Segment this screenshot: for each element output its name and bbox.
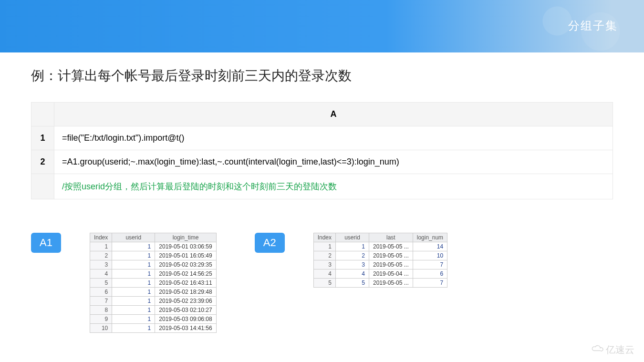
code-comment: /按照userid分组，然后计算最后登陆的时刻和这个时刻前三天的登陆次数	[54, 174, 613, 199]
code-cell: =file("E:/txt/login.txt").import@t()	[54, 126, 613, 150]
table-row: 212019-05-01 16:05:49	[90, 251, 216, 260]
page-title: 例：计算出每个帐号最后登录时刻前三天内的登录次数	[31, 67, 613, 85]
code-table-corner	[31, 103, 54, 126]
table-row: 612019-05-02 18:29:48	[90, 288, 216, 297]
a2-badge: A2	[255, 233, 285, 253]
code-cell: =A1.group(userid;~.max(login_time):last,…	[54, 150, 613, 174]
col-userid: userid	[336, 233, 369, 242]
cell-userid: 1	[112, 306, 155, 315]
table-row: 812019-05-03 02:10:27	[90, 306, 216, 315]
cell-userid: 4	[336, 269, 369, 279]
cell-userid: 3	[336, 260, 369, 269]
cell-userid: 1	[112, 297, 155, 306]
cell-last: 2019-05-05 ...	[369, 242, 413, 251]
col-index: Index	[90, 233, 112, 242]
cell-userid: 1	[112, 324, 155, 333]
code-table-header-row: A	[31, 103, 613, 126]
col-login-num: login_num	[413, 233, 447, 242]
a1-header-row: Index userid login_time	[90, 233, 216, 242]
code-row-num	[31, 174, 54, 199]
cell-index: 3	[313, 260, 335, 269]
cell-login-num: 7	[413, 279, 447, 288]
table-row: 442019-05-04 ...6	[313, 269, 447, 279]
cell-last: 2019-05-04 ...	[369, 269, 413, 279]
col-userid: userid	[112, 233, 155, 242]
cell-login-time: 2019-05-02 18:29:48	[155, 288, 216, 297]
cell-userid: 1	[112, 279, 155, 288]
results-area: A1 Index userid login_time 112019-05-01 …	[31, 233, 613, 333]
cell-last: 2019-05-05 ...	[369, 251, 413, 260]
table-row: 112019-05-01 03:06:59	[90, 242, 216, 251]
col-last: last	[369, 233, 413, 242]
cloud-icon	[591, 344, 604, 356]
cell-userid: 1	[112, 288, 155, 297]
col-index: Index	[313, 233, 335, 242]
table-row: 912019-05-03 09:06:08	[90, 315, 216, 324]
result-a2-block: A2 Index userid last login_num 112019-05…	[255, 233, 447, 288]
cell-login-time: 2019-05-03 09:06:08	[155, 315, 216, 324]
code-table-col-A: A	[54, 103, 613, 126]
table-row: 2 =A1.group(userid;~.max(login_time):las…	[31, 150, 613, 174]
cell-userid: 2	[336, 251, 369, 260]
cell-last: 2019-05-05 ...	[369, 279, 413, 288]
table-row: 552019-05-05 ...7	[313, 279, 447, 288]
banner-title: 分组子集	[568, 18, 618, 33]
cell-login-time: 2019-05-01 16:05:49	[155, 251, 216, 260]
cell-index: 5	[313, 279, 335, 288]
table-row: 312019-05-02 03:29:35	[90, 260, 216, 269]
cell-userid: 1	[336, 242, 369, 251]
code-row-num: 2	[31, 150, 54, 174]
banner: 分组子集	[0, 0, 644, 52]
cell-userid: 1	[112, 260, 155, 269]
cell-userid: 1	[112, 269, 155, 279]
cell-index: 1	[313, 242, 335, 251]
cell-index: 3	[90, 260, 112, 269]
cell-login-time: 2019-05-02 16:43:11	[155, 279, 216, 288]
cell-index: 1	[90, 242, 112, 251]
cell-index: 6	[90, 288, 112, 297]
cell-index: 10	[90, 324, 112, 333]
code-row-num: 1	[31, 126, 54, 150]
table-row: 222019-05-05 ...10	[313, 251, 447, 260]
a2-header-row: Index userid last login_num	[313, 233, 447, 242]
cell-userid: 5	[336, 279, 369, 288]
table-row: 1 =file("E:/txt/login.txt").import@t()	[31, 126, 613, 150]
table-row: 112019-05-05 ...14	[313, 242, 447, 251]
a1-badge: A1	[31, 233, 61, 253]
cell-login-num: 6	[413, 269, 447, 279]
cell-login-time: 2019-05-02 14:56:25	[155, 269, 216, 279]
a2-table: Index userid last login_num 112019-05-05…	[313, 233, 447, 288]
cell-index: 2	[90, 251, 112, 260]
code-table: A 1 =file("E:/txt/login.txt").import@t()…	[31, 102, 613, 199]
cell-login-time: 2019-05-02 03:29:35	[155, 260, 216, 269]
cell-index: 7	[90, 297, 112, 306]
table-row: 712019-05-02 23:39:06	[90, 297, 216, 306]
result-a1-block: A1 Index userid login_time 112019-05-01 …	[31, 233, 217, 333]
table-row: 332019-05-05 ...7	[313, 260, 447, 269]
cell-index: 5	[90, 279, 112, 288]
cell-login-num: 10	[413, 251, 447, 260]
cell-login-num: 14	[413, 242, 447, 251]
table-row: /按照userid分组，然后计算最后登陆的时刻和这个时刻前三天的登陆次数	[31, 174, 613, 199]
col-login-time: login_time	[155, 233, 216, 242]
cell-userid: 1	[112, 242, 155, 251]
watermark: 亿速云	[591, 343, 634, 356]
cell-login-time: 2019-05-01 03:06:59	[155, 242, 216, 251]
cell-index: 2	[313, 251, 335, 260]
cell-userid: 1	[112, 315, 155, 324]
cell-login-time: 2019-05-03 14:41:56	[155, 324, 216, 333]
a1-table: Index userid login_time 112019-05-01 03:…	[90, 233, 217, 333]
watermark-text: 亿速云	[606, 343, 634, 356]
table-row: 412019-05-02 14:56:25	[90, 269, 216, 279]
cell-login-time: 2019-05-02 23:39:06	[155, 297, 216, 306]
cell-login-time: 2019-05-03 02:10:27	[155, 306, 216, 315]
table-row: 512019-05-02 16:43:11	[90, 279, 216, 288]
cell-last: 2019-05-05 ...	[369, 260, 413, 269]
cell-login-num: 7	[413, 260, 447, 269]
cell-userid: 1	[112, 251, 155, 260]
cell-index: 9	[90, 315, 112, 324]
cell-index: 4	[313, 269, 335, 279]
cell-index: 4	[90, 269, 112, 279]
cell-index: 8	[90, 306, 112, 315]
table-row: 1012019-05-03 14:41:56	[90, 324, 216, 333]
